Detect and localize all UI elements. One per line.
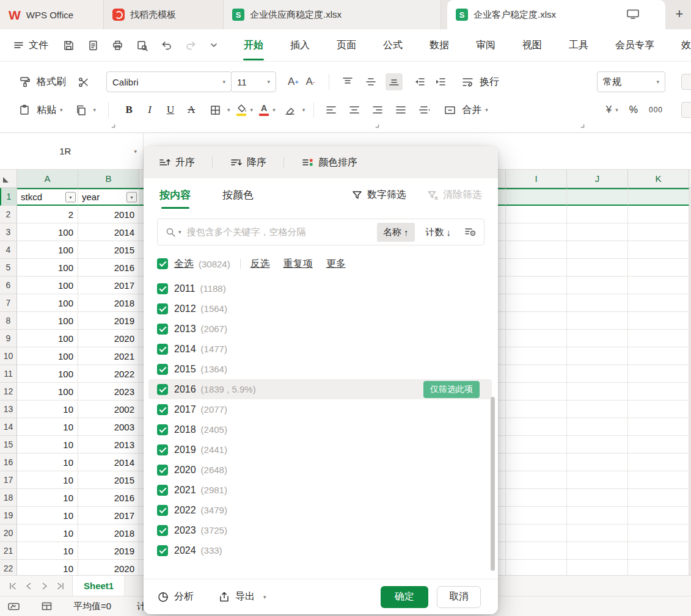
cell-A13[interactable]: 10 (17, 400, 78, 418)
cell-K16[interactable] (628, 454, 689, 471)
page-layout-icon[interactable] (41, 601, 53, 611)
cell-K8[interactable] (628, 312, 689, 330)
filter-item-2014[interactable]: 2014 (1477) (144, 339, 498, 359)
cell-B13[interactable]: 2002 (78, 400, 139, 418)
checkbox-checked-icon[interactable] (157, 465, 168, 476)
column-header-J[interactable]: J (567, 170, 628, 187)
paste-button[interactable]: 粘贴 ▾ (16, 101, 63, 118)
checkbox-checked-icon[interactable] (157, 303, 168, 314)
checkbox-checked-icon[interactable] (157, 258, 168, 269)
cell-A12[interactable]: 100 (17, 383, 78, 400)
row-header-16[interactable]: 16 (0, 454, 17, 471)
font-size-select[interactable]: 11 ▾ (231, 71, 276, 92)
row-header-11[interactable]: 11 (0, 365, 17, 383)
cell-B21[interactable]: 2019 (78, 542, 139, 560)
menu-item-开始[interactable]: 开始 (244, 39, 263, 52)
cell-A11[interactable]: 100 (17, 365, 78, 383)
cancel-button[interactable]: 取消 (437, 586, 481, 608)
justify-icon[interactable] (392, 101, 409, 118)
row-header-14[interactable]: 14 (0, 418, 17, 436)
cell-B4[interactable]: 2015 (78, 241, 139, 259)
cell-B11[interactable]: 2022 (78, 365, 139, 383)
filter-item-2019[interactable]: 2019 (2441) (144, 440, 498, 460)
next-sheet-icon[interactable] (37, 576, 53, 596)
tab-docer-templates[interactable]: 找稻壳模板 (104, 0, 224, 29)
cell-J17[interactable] (567, 471, 628, 489)
cell-B14[interactable]: 2003 (78, 418, 139, 436)
fill-color-button[interactable]: ▾ (236, 104, 254, 116)
tab-workbook-supplier[interactable]: S 企业供应商稳定度.xlsx (224, 0, 441, 29)
cell-K9[interactable] (628, 330, 689, 347)
align-right-icon[interactable] (369, 101, 386, 118)
cell-I16[interactable] (506, 454, 567, 471)
cell-K12[interactable] (628, 383, 689, 400)
column-header-I[interactable]: I (506, 170, 567, 187)
cell-I20[interactable] (506, 524, 567, 542)
filter-item-2018[interactable]: 2018 (2405) (144, 419, 498, 440)
cell-B15[interactable]: 2013 (78, 436, 139, 454)
cell-A14[interactable]: 10 (17, 418, 78, 436)
checkbox-checked-icon[interactable] (157, 364, 168, 375)
cell-K14[interactable] (628, 418, 689, 436)
cell-B10[interactable]: 2021 (78, 347, 139, 365)
cell-B12[interactable]: 2023 (78, 383, 139, 400)
cell-K10[interactable] (628, 347, 689, 365)
sort-by-color-button[interactable]: 颜色排序 (301, 156, 357, 169)
cell-I19[interactable] (506, 507, 567, 524)
clipped-control[interactable] (681, 74, 691, 90)
cell-B17[interactable]: 2015 (78, 471, 139, 489)
first-sheet-icon[interactable] (5, 576, 21, 596)
row-header-18[interactable]: 18 (0, 489, 17, 507)
filter-item-2015[interactable]: 2015 (1364) (144, 359, 498, 379)
filter-item-2017[interactable]: 2017 (2077) (144, 399, 498, 419)
align-left-icon[interactable] (323, 101, 340, 118)
clipboard-dialog-launcher-icon[interactable] (110, 123, 118, 131)
cell-K11[interactable] (628, 365, 689, 383)
duplicates-link[interactable]: 重复项 (283, 258, 313, 270)
redo-icon[interactable] (185, 40, 197, 51)
print-preview-icon[interactable] (136, 40, 148, 51)
cell-B2[interactable]: 2010 (78, 206, 139, 223)
checkbox-checked-icon[interactable] (157, 324, 168, 335)
filter-item-2024[interactable]: 2024 (333) (144, 540, 498, 560)
filter-item-2020[interactable]: 2020 (2648) (144, 460, 498, 480)
checkbox-checked-icon[interactable] (157, 505, 168, 516)
shrink-font-button[interactable]: A- (302, 73, 319, 90)
percent-format-button[interactable]: % (629, 104, 638, 115)
new-tab-button[interactable]: + (671, 6, 687, 22)
cell-J8[interactable] (567, 312, 628, 330)
row-header-20[interactable]: 20 (0, 524, 17, 542)
checkbox-checked-icon[interactable] (157, 525, 168, 536)
cell-A19[interactable]: 10 (17, 507, 78, 524)
column-header-K[interactable]: K (628, 170, 689, 187)
cut-icon[interactable] (75, 73, 92, 90)
cell-B5[interactable]: 2016 (78, 259, 139, 277)
cell-I13[interactable] (506, 400, 567, 418)
filter-item-2013[interactable]: 2013 (2067) (144, 319, 498, 339)
cell-K5[interactable] (628, 259, 689, 277)
more-link[interactable]: 更多 (326, 258, 346, 270)
cell-J11[interactable] (567, 365, 628, 383)
font-color-button[interactable]: A ▾ (259, 104, 276, 116)
row-header-19[interactable]: 19 (0, 507, 17, 524)
previous-sheet-icon[interactable] (21, 576, 37, 596)
checkbox-checked-icon[interactable] (157, 404, 168, 415)
tab-workbook-customer-active[interactable]: S 企业客户稳定度.xlsx (447, 0, 665, 29)
sort-ascending-button[interactable]: 升序 (158, 156, 195, 169)
export-button[interactable]: 导出 ▾ (218, 590, 266, 603)
tab-by-color[interactable]: 按颜色 (222, 188, 254, 202)
output-icon[interactable] (87, 40, 99, 51)
bold-button[interactable]: B (121, 104, 137, 116)
cell-A20[interactable]: 10 (17, 524, 78, 542)
cell-K3[interactable] (628, 223, 689, 241)
font-name-select[interactable]: Calibri ▾ (106, 71, 232, 92)
select-all-row[interactable]: 全选 (30824) 反选 重复项 更多 (144, 253, 498, 275)
checkbox-checked-icon[interactable] (157, 384, 168, 395)
row-header-1[interactable]: 1 (0, 188, 17, 206)
checkbox-checked-icon[interactable] (157, 444, 168, 455)
number-format-select[interactable]: 常规 ▾ (597, 71, 665, 92)
cell-B8[interactable]: 2019 (78, 312, 139, 330)
filter-item-2022[interactable]: 2022 (3479) (144, 500, 498, 520)
row-header-15[interactable]: 15 (0, 436, 17, 454)
cell-I1[interactable] (506, 188, 567, 206)
